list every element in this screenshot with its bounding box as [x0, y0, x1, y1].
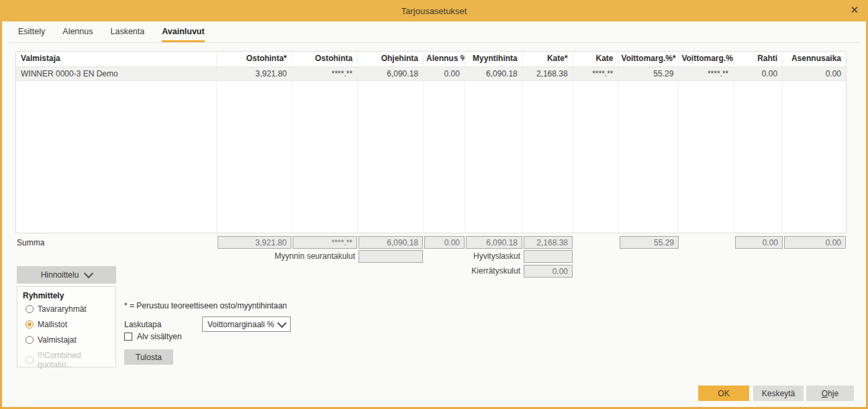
tarjousasetukset-dialog: Tarjousasetukset ✕ Esittely Alennus Lask…: [0, 0, 868, 409]
ohje-button-accesskey: O: [822, 389, 828, 398]
summa-kate-star-field: 2,168.38: [524, 236, 573, 249]
hyvityslaskut-label: Hyvityslaskut: [405, 250, 520, 264]
col-header-asennusaika[interactable]: Asennusaika: [783, 52, 846, 66]
radio-selected-icon: [26, 320, 34, 329]
summa-alennus-pct-field: 0.00: [424, 236, 465, 249]
ok-button-label: OK: [718, 389, 729, 398]
summa-myyntihinta-field: 6,090.18: [466, 236, 522, 249]
ryhmittely-groupbox: Ryhmittely Tavararyhmät Mallistot Valmis…: [17, 286, 116, 367]
summa-label: Summa: [17, 238, 44, 247]
ryhmittely-title: Ryhmittely: [23, 291, 115, 300]
laskutapa-selected-value: Voittomarginaali %: [207, 320, 274, 329]
dialog-title: Tarjousasetukset: [401, 6, 467, 16]
cell-kate: ****.**: [573, 67, 619, 80]
chevron-down-icon: [84, 269, 93, 278]
radio-combined-quotation: !!!Combined quotatio...: [26, 351, 115, 369]
chevron-down-icon: [277, 318, 287, 327]
cell-voittomarg-pct-star: 55.29: [619, 67, 679, 80]
cell-ostohinta-star: 3,921.80: [217, 67, 292, 80]
hyvityslaskut-field[interactable]: [524, 250, 573, 263]
alv-sisaltyen-row: Alv sisältyen: [124, 332, 182, 341]
close-icon[interactable]: ✕: [850, 4, 859, 16]
radio-valmistajat[interactable]: Valmistajat: [26, 335, 115, 345]
alv-checkbox[interactable]: [124, 333, 132, 341]
summa-ohjehinta-field: 6,090.18: [358, 236, 423, 249]
tab-avainluvut[interactable]: Avainluvut: [162, 27, 204, 42]
cell-alennus-pct: 0.00: [424, 67, 465, 80]
col-header-kate-star[interactable]: Kate*: [523, 52, 573, 66]
hinnoittelu-menu-button[interactable]: Hinnoittelu: [17, 266, 116, 284]
radio-disabled-icon: [26, 356, 34, 364]
col-header-ostohinta[interactable]: Ostohinta: [292, 52, 358, 66]
col-header-kate[interactable]: Kate: [573, 52, 619, 66]
cell-ohjehinta: 6,090.18: [358, 67, 424, 80]
myynnin-seurantakulut-label: Myynnin seurantakulut: [224, 250, 355, 264]
col-header-ostohinta-star[interactable]: Ostohinta*: [217, 52, 292, 66]
cell-valmistaja: WINNER 0000-3 EN Demo: [16, 67, 217, 80]
cell-rahti: 0.00: [734, 67, 783, 80]
col-header-ohjehinta[interactable]: Ohjehinta: [358, 52, 424, 66]
tab-laskenta[interactable]: Laskenta: [110, 27, 144, 42]
cell-voittomarg-pct: ****.**: [679, 67, 734, 80]
table-header-row: Valmistaja Ostohinta* Ostohinta Ohjehint…: [16, 52, 846, 67]
radio-tavararyhmat[interactable]: Tavararyhmät: [26, 304, 115, 314]
tab-bar: Esittely Alennus Laskenta Avainluvut: [9, 24, 859, 43]
cell-ostohinta: ****.**: [292, 67, 358, 80]
summa-rahti-field: 0.00: [735, 236, 783, 249]
ohje-button-label: hje: [828, 389, 838, 398]
cell-myyntihinta: 6,090.18: [465, 67, 523, 80]
table-empty-area: [16, 81, 846, 233]
summa-voittomarg-pct-star-field: 55.29: [620, 236, 679, 249]
laskutapa-dropdown[interactable]: Voittomarginaali %: [202, 316, 291, 332]
theoretical-price-note: * = Perustuu teoreettiseen osto/myyntihi…: [124, 301, 287, 310]
hinnoittelu-button-label: Hinnoittelu: [41, 270, 79, 280]
ohje-button[interactable]: Ohje: [806, 386, 854, 401]
cell-asennusaika: 0.00: [783, 67, 846, 80]
tulosta-button[interactable]: Tulosta: [124, 349, 173, 365]
cell-kate-star: 2,168.38: [523, 67, 573, 80]
kierratyskulut-field[interactable]: 0.00: [524, 265, 573, 278]
radio-label: Valmistajat: [38, 335, 77, 345]
tulosta-button-label: Tulosta: [136, 353, 162, 362]
col-header-myyntihinta[interactable]: Myyntihinta: [465, 52, 523, 66]
radio-icon: [26, 305, 34, 313]
col-header-voittomarg-pct[interactable]: Voittomarg.%: [679, 52, 734, 66]
keskeyta-button[interactable]: Keskeytä: [753, 386, 804, 401]
keskeyta-button-label: Keskeytä: [762, 389, 795, 398]
col-header-valmistaja[interactable]: Valmistaja: [16, 52, 217, 66]
tab-alennus[interactable]: Alennus: [62, 27, 93, 42]
col-header-alennus-pct[interactable]: Alennus %: [424, 52, 465, 66]
radio-label: !!!Combined quotatio...: [38, 351, 115, 369]
ok-button[interactable]: OK: [698, 386, 749, 401]
screenshot-root: Tarjousasetukset ✕ Esittely Alennus Lask…: [0, 0, 868, 409]
radio-label: Tavararyhmät: [38, 304, 87, 314]
table-row[interactable]: WINNER 0000-3 EN Demo 3,921.80 ****.** 6…: [16, 67, 846, 81]
tab-esittely[interactable]: Esittely: [18, 27, 45, 42]
radio-mallistot[interactable]: Mallistot: [26, 320, 115, 329]
summa-ostohinta-field: ****.**: [293, 236, 357, 249]
alv-checkbox-label: Alv sisältyen: [137, 332, 182, 341]
radio-label: Mallistot: [38, 320, 67, 329]
key-figures-table: Valmistaja Ostohinta* Ostohinta Ohjehint…: [15, 51, 847, 233]
radio-icon: [26, 336, 34, 344]
laskutapa-label: Laskutapa: [124, 320, 161, 329]
kierratyskulut-label: Kierrätyskulut: [405, 265, 520, 278]
dialog-titlebar: Tarjousasetukset ✕: [0, 0, 868, 21]
col-header-voittomarg-pct-star[interactable]: Voittomarg.%*: [619, 52, 679, 66]
summa-asennusaika-field: 0.00: [784, 236, 846, 249]
col-header-rahti[interactable]: Rahti: [734, 52, 783, 66]
summa-ostohinta-star-field: 3,921.80: [218, 236, 291, 249]
